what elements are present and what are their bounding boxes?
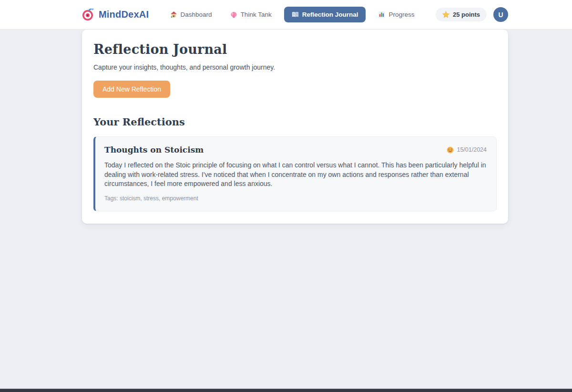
user-avatar[interactable]: U [493, 7, 508, 22]
points-badge: 25 points [436, 8, 487, 21]
main-content-card: Reflection Journal Capture your insights… [82, 30, 508, 224]
nav-item-progress[interactable]: Progress [372, 7, 420, 22]
brand-name: MindDexAI [99, 9, 149, 20]
add-new-reflection-button[interactable]: Add New Reflection [93, 81, 170, 98]
home-icon [170, 11, 177, 18]
brand[interactable]: MindDexAI [82, 9, 149, 21]
points-label: 25 points [453, 11, 480, 18]
smiley-icon [447, 146, 454, 154]
bar-chart-icon [378, 11, 385, 18]
avatar-initial: U [498, 11, 503, 19]
nav-item-reflection-journal[interactable]: Reflection Journal [284, 7, 366, 22]
section-title: Your Reflections [93, 116, 497, 128]
bottom-bar [0, 389, 572, 392]
nav-item-think-tank[interactable]: Think Tank [225, 7, 277, 22]
reflection-body: Today I reflected on the Stoic principle… [104, 161, 487, 189]
nav-item-label: Think Tank [241, 11, 272, 18]
main-nav: Dashboard Think Tank Reflection Journal [164, 7, 420, 22]
star-icon [442, 11, 449, 18]
page-subtitle: Capture your insights, thoughts, and per… [93, 63, 497, 71]
nav-item-label: Dashboard [181, 11, 212, 18]
nav-item-dashboard[interactable]: Dashboard [164, 7, 218, 22]
reflection-date: 15/01/2024 [447, 146, 487, 154]
top-navbar: MindDexAI Dashboard Think [0, 0, 572, 30]
open-book-icon [292, 11, 299, 18]
navbar-right: 25 points U [436, 7, 508, 22]
nav-item-label: Reflection Journal [302, 11, 358, 18]
reflection-card: Thoughts on Stoicism 15/01/2024 Today I … [93, 136, 497, 211]
reflection-date-text: 15/01/2024 [457, 146, 487, 153]
reflection-title: Thoughts on Stoicism [104, 145, 204, 155]
reflection-tags: Tags: stoicism, stress, empowerment [104, 195, 487, 202]
brain-icon [230, 11, 237, 18]
nav-item-label: Progress [388, 11, 414, 18]
target-dart-icon [82, 9, 94, 21]
page-title: Reflection Journal [93, 42, 497, 57]
